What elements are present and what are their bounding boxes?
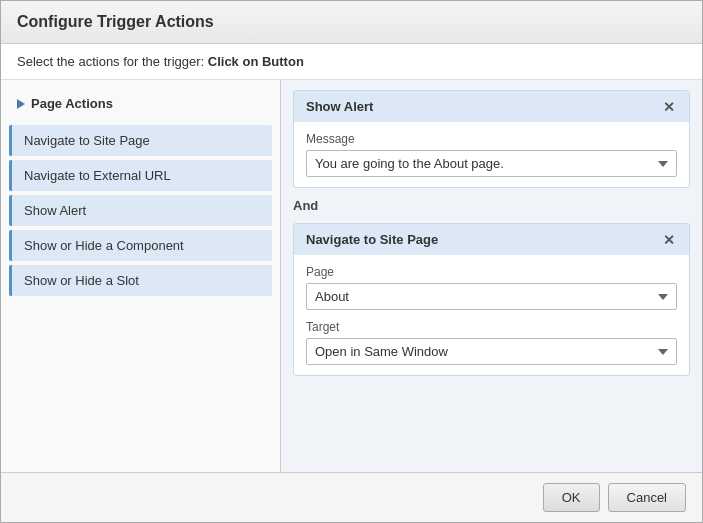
page-field-label: Page	[306, 265, 677, 279]
page-actions-header: Page Actions	[9, 90, 272, 117]
show-alert-close-button[interactable]: ✕	[661, 100, 677, 114]
dialog-subheader: Select the actions for the trigger: Clic…	[1, 44, 702, 80]
and-label: And	[293, 196, 690, 215]
cancel-button[interactable]: Cancel	[608, 483, 686, 512]
dialog-title: Configure Trigger Actions	[17, 13, 214, 30]
message-field-label: Message	[306, 132, 677, 146]
action-item-show-hide-component[interactable]: Show or Hide a Component	[9, 230, 272, 261]
message-select[interactable]: You are going to the About page.	[306, 150, 677, 177]
dialog-header: Configure Trigger Actions	[1, 1, 702, 44]
show-alert-title: Show Alert	[306, 99, 373, 114]
collapse-icon[interactable]	[17, 99, 25, 109]
right-panel: Show Alert ✕ Message You are going to th…	[281, 80, 702, 472]
left-panel: Page Actions Navigate to Site Page Navig…	[1, 80, 281, 472]
target-select[interactable]: Open in Same Window Open in New Window	[306, 338, 677, 365]
navigate-site-page-card: Navigate to Site Page ✕ Page About Targe…	[293, 223, 690, 376]
show-alert-card-body: Message You are going to the About page.	[294, 122, 689, 187]
action-item-show-hide-slot[interactable]: Show or Hide a Slot	[9, 265, 272, 296]
target-field-label: Target	[306, 320, 677, 334]
action-item-navigate-site[interactable]: Navigate to Site Page	[9, 125, 272, 156]
page-actions-label: Page Actions	[31, 96, 113, 111]
action-item-show-alert[interactable]: Show Alert	[9, 195, 272, 226]
dialog-footer: OK Cancel	[1, 472, 702, 522]
navigate-site-page-close-button[interactable]: ✕	[661, 233, 677, 247]
action-item-navigate-url[interactable]: Navigate to External URL	[9, 160, 272, 191]
subheader-prefix: Select the actions for the trigger:	[17, 54, 208, 69]
page-select[interactable]: About	[306, 283, 677, 310]
dialog-body: Page Actions Navigate to Site Page Navig…	[1, 80, 702, 472]
show-alert-card-header: Show Alert ✕	[294, 91, 689, 122]
ok-button[interactable]: OK	[543, 483, 600, 512]
navigate-site-page-card-header: Navigate to Site Page ✕	[294, 224, 689, 255]
configure-trigger-dialog: Configure Trigger Actions Select the act…	[0, 0, 703, 523]
trigger-name: Click on Button	[208, 54, 304, 69]
navigate-site-page-title: Navigate to Site Page	[306, 232, 438, 247]
show-alert-card: Show Alert ✕ Message You are going to th…	[293, 90, 690, 188]
navigate-site-page-card-body: Page About Target Open in Same Window Op…	[294, 255, 689, 375]
